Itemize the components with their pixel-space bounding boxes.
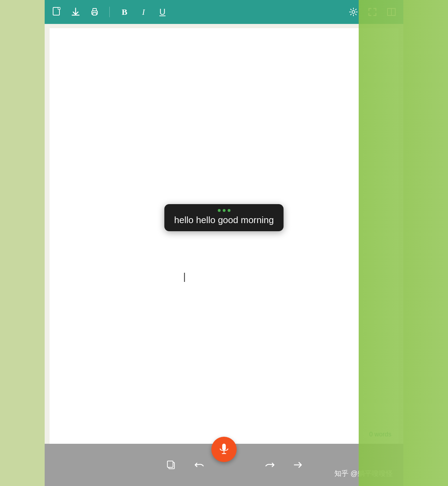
svg-point-6 <box>96 12 97 13</box>
bold-button[interactable]: B <box>119 6 130 18</box>
settings-button[interactable] <box>348 6 359 18</box>
new-doc-button[interactable] <box>51 6 62 18</box>
watermark: 知乎 @躺平嗖嗖怪 <box>334 469 393 478</box>
redo-button[interactable] <box>263 458 277 472</box>
svg-rect-8 <box>222 444 226 450</box>
svg-rect-4 <box>93 13 96 15</box>
bubble-dot-1 <box>218 209 220 212</box>
mic-button[interactable] <box>211 437 237 462</box>
text-cursor: | <box>183 271 186 282</box>
bubble-dots <box>218 209 230 212</box>
app-container: B I U <box>45 0 403 486</box>
fullscreen-button[interactable] <box>367 6 378 18</box>
book-button[interactable] <box>386 6 397 18</box>
speech-text: hello hello good morning <box>174 215 274 226</box>
toolbar-right-icons <box>348 6 397 18</box>
bottom-bar: 知乎 @躺平嗖嗖怪 <box>45 444 403 486</box>
send-button[interactable] <box>291 458 305 472</box>
italic-button[interactable]: I <box>138 6 149 18</box>
print-button[interactable] <box>89 6 100 18</box>
bubble-dot-3 <box>228 209 230 212</box>
underline-button[interactable]: U <box>157 6 168 18</box>
toolbar-divider <box>109 7 110 17</box>
svg-rect-12 <box>167 461 173 467</box>
copy-button[interactable] <box>164 458 178 472</box>
svg-rect-1 <box>58 7 60 10</box>
word-count: 0 words <box>369 431 391 438</box>
undo-button[interactable] <box>192 458 206 472</box>
download-button[interactable] <box>70 6 81 18</box>
toolbar: B I U <box>45 0 403 24</box>
svg-rect-3 <box>93 8 96 11</box>
svg-point-5 <box>92 12 94 13</box>
svg-point-7 <box>352 11 355 13</box>
speech-bubble: hello hello good morning <box>164 204 283 231</box>
bubble-dot-2 <box>223 209 225 212</box>
document-area[interactable]: hello hello good morning | 0 words <box>50 28 398 444</box>
